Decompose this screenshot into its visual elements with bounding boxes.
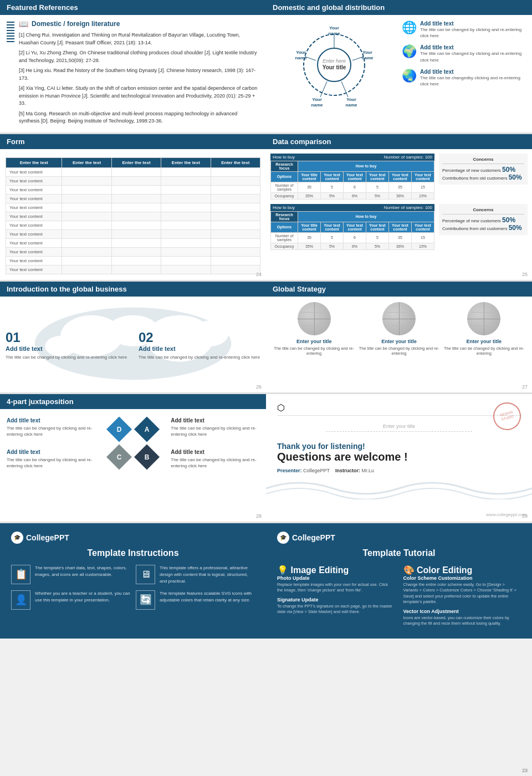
globe-img-1 [298,302,331,335]
mt2-r2c3: 6% [344,243,366,249]
thank-line2: Questions are welcome ! [277,451,521,463]
dist-info-desc-2: The title can be changed by clicking and… [420,50,526,63]
form-cell-r3-c2 [111,194,161,203]
data-table-wrap-1: How to buy Number of samples: 100 Resear… [270,154,528,200]
form-cell-r6-c0: Your text content [6,221,62,229]
mt2-r1c6: 15 [411,232,434,243]
form-cell-r11-c1 [62,265,111,274]
data-comparison-title: Data comparison [273,137,331,146]
mt2-c4: Your text content [366,222,389,232]
svg-text:Your title: Your title [322,64,346,70]
form-cell-r2-c3 [161,185,211,194]
globe-row: Enter your title The title can be change… [272,302,526,357]
concern-pct4-val: 50% [509,224,522,232]
instructions-logo: 🎓 CollegePPT [11,532,255,544]
svg-text:name: name [361,55,373,60]
strategy-title-2: Enter your title [356,339,441,344]
sample-header-1: How to buy Number of samples: 100 [270,154,434,161]
instructor-label: Instructor: [335,468,360,473]
form-cell-r6-c2 [111,221,161,229]
concern-box-2: Concerns Percentage of new customers 50%… [439,204,528,235]
featured-references-header: Featured References [0,0,266,15]
color-scheme-text: Change the entire color scheme easily. G… [403,582,521,605]
mt1-r2c5: 36% [389,192,412,199]
form-col-5: Enter the text [211,157,260,167]
svg-text:name: name [311,103,323,108]
globe-icon-2: 🌍 [402,44,417,59]
circle-diagram: Enter here Your title Your name Your nam… [272,21,396,109]
form-cell-r8-c3 [161,238,211,247]
mt2-c1: Your title content [298,222,321,232]
globe-item-1: Enter your title The title can be change… [272,302,356,357]
signature-update-text: To change the PPT's signature on each pa… [277,604,395,615]
form-cell-r7-c3 [161,229,211,238]
form-col-4: Enter the text [161,157,211,167]
form-cell-r1-c0: Your text content [6,176,62,185]
form-cell-r8-c0: Your text content [6,238,62,247]
four-point-a-text: Add title text The title can be changed … [171,417,259,437]
form-cell-r7-c4 [211,229,260,238]
four-desc-b: The title can be changed by clicking and… [171,457,259,469]
form-cell-r10-c3 [161,256,211,265]
enter-title-placeholder[interactable]: Enter your title [326,423,472,432]
concern-pct1-label: Percentage of new customers [442,168,501,173]
diamond-b: B [134,445,160,470]
concern-pct1-val: 50% [502,166,515,173]
book-icon: 📖 [19,19,28,28]
instruction-item-3: 👤 Whether you are a teacher or a student… [11,590,130,610]
page-number-24: 24 [256,272,262,277]
global-business-content: 01 Add title text The title can be chang… [0,297,266,385]
instruction-text-2: This template offers a professional, att… [160,565,255,585]
mt1-r2c4: 5% [366,192,389,199]
concern-pct2-label: Contributions from old customers [442,176,507,181]
dist-info-title-3: Add title text [420,69,526,75]
mt2-r1c1: 35 [298,232,321,243]
form-header: Form [0,134,266,149]
strategy-title-1: Enter your title [272,339,356,344]
distribution-info: 🌐 Add title text The title can be change… [402,21,526,93]
thank-main-text: Thank you for listening! Questions are w… [277,442,521,463]
form-cell-r2-c2 [111,185,161,194]
svg-text:name: name [295,55,306,60]
four-part-layout: Add title text The title can be changed … [7,416,259,471]
mt2-r1c2: 5 [321,232,344,243]
signature-update-item: Signature Update To change the PPT's sig… [277,597,395,615]
instruction-icon-4: 🔄 [136,590,155,610]
mt1-c5: Your text content [389,171,412,182]
page-number-29: 29 [522,513,528,519]
instruction-text-1: The template's chart data, text, shapes,… [35,565,130,578]
image-editing-heading: 💡 Image Editing [277,565,395,575]
global-business-header: Introduction to the global business [0,282,266,297]
sample-header-2: How to buy Number of samples: 100 [270,204,434,211]
mt1-r2c3: 6% [344,192,366,199]
mt1-r2c6: 15% [411,192,434,199]
dist-info-item-1: 🌐 Add title text The title can be change… [402,21,526,39]
global-strategy-title: Global Strategy [273,285,326,293]
form-cell-r4-c2 [111,203,161,212]
biz-desc-1: The title can be changed by clicking and… [6,354,127,360]
signature-update-title: Signature Update [277,597,395,603]
form-cell-r0-c3 [161,167,211,176]
mt1-r1c2: 5 [321,182,344,192]
form-cell-r2-c1 [62,185,111,194]
strategy-title-3: Enter your title [442,339,526,344]
form-col-1: Enter the text [6,157,62,167]
mt2-c6: Your text content [411,222,434,232]
presenter-info: Presenter: CollegePPT Instructor: Mr.Lu [277,468,521,473]
biz-title-2: Add title text [139,345,260,352]
table1-header-right: Number of samples: 100 [384,155,432,160]
ref-item-5: [5] Ma Gong. Research on multi-objective… [19,110,259,125]
data-table-2: How to buy Number of samples: 100 Resear… [270,204,434,250]
dist-info-item-2: 🌍 Add title text The title can be change… [402,44,526,63]
ref-item-1: [1] Cheng Rui. Investigation and Thinkin… [19,32,259,47]
form-cell-r2-c4 [211,185,260,194]
concern-text-4: Contributions from old customers 50% [442,224,524,232]
form-cell-r6-c4 [211,221,260,229]
form-cell-r3-c3 [161,194,211,203]
domestic-distribution-header: Domestic and global distribution [266,0,532,15]
page-number-27: 27 [522,384,528,390]
four-title-d: Add title text [7,417,95,423]
mt1-c1: Your title content [298,171,321,182]
four-title-b: Add title text [171,449,259,455]
data-comparison-panel: Data comparison How to buy Number of sam… [266,134,532,280]
